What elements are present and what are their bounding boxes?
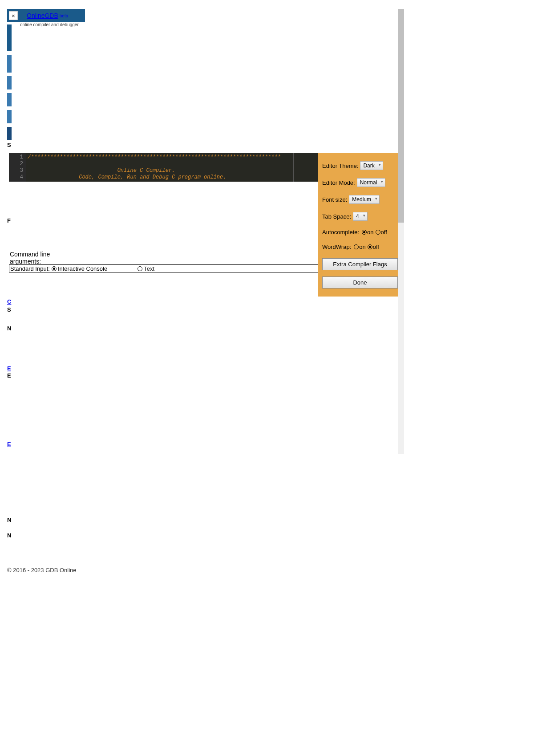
mode-label: Editor Mode: (322, 179, 355, 186)
font-label: Font size: (322, 196, 347, 203)
partial-e-link2[interactable]: E (7, 441, 11, 447)
stdin-text-radio[interactable]: Text (138, 265, 154, 272)
theme-select[interactable]: Dark (360, 161, 383, 170)
autocomplete-label: Autocomplete: (322, 229, 359, 236)
partial-e-link[interactable]: E (7, 365, 11, 372)
partial-n3: N (7, 532, 11, 539)
theme-label: Editor Theme: (322, 163, 358, 169)
autocomplete-on-radio[interactable]: on (362, 229, 373, 236)
done-button[interactable]: Done (322, 276, 398, 289)
wordwrap-on-radio[interactable]: on (354, 244, 365, 250)
cmd-args-label: Command line arguments: (10, 251, 50, 265)
footer-copyright: © 2016 - 2023 GDB Online (7, 567, 77, 573)
line-gutter: 1 2 3 4 (9, 153, 26, 182)
partial-c-link[interactable]: C (7, 298, 11, 305)
autocomplete-off-radio[interactable]: off (376, 229, 387, 236)
wordwrap-off-radio[interactable]: off (368, 244, 379, 250)
partial-e2: E (7, 372, 11, 379)
partial-s: S (7, 142, 11, 148)
tab-label: Tab Space: (322, 213, 351, 220)
stdin-interactive-radio[interactable]: Interactive Console (52, 265, 107, 272)
partial-n: N (7, 325, 11, 332)
partial-f: F (7, 217, 11, 224)
code-content: /***************************************… (26, 153, 281, 182)
tab-select[interactable]: 4 (353, 212, 368, 221)
partial-n2: N (7, 516, 11, 523)
editor-margin-line (293, 153, 294, 182)
scrollbar-thumb[interactable] (398, 9, 404, 223)
close-button[interactable]: × (9, 11, 18, 20)
wordwrap-label: WordWrap: (322, 244, 351, 250)
header-subtitle: online compiler and debugger (20, 22, 79, 27)
close-icon: × (12, 12, 15, 19)
scrollbar[interactable] (398, 9, 404, 454)
logo-link[interactable]: OnlineGDB (27, 12, 58, 19)
beta-link[interactable]: beta (60, 13, 68, 18)
font-select[interactable]: Medium (349, 195, 380, 204)
stdin-label: Standard Input: (10, 265, 50, 272)
settings-panel: Editor Theme: Dark Editor Mode: Normal F… (318, 153, 402, 297)
sidebar-stripe (7, 24, 12, 145)
partial-s2: S (7, 306, 11, 313)
header-bar: × OnlineGDB beta (7, 9, 85, 22)
extra-compiler-flags-button[interactable]: Extra Compiler Flags (322, 258, 398, 270)
mode-select[interactable]: Normal (357, 178, 386, 187)
